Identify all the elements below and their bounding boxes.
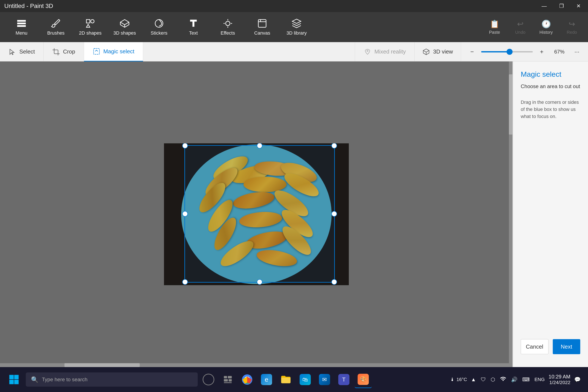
2d-shapes-button[interactable]: 2D shapes [73,14,108,40]
text-icon [188,18,198,28]
stickers-button[interactable]: Stickers [142,14,176,40]
weather-widget[interactable]: 🌡 16°C [450,377,467,382]
paint3d-app[interactable]: 🎨 [354,371,372,388]
svg-point-14 [367,50,368,51]
right-panel: Magic select Choose an area to cut out D… [513,62,588,367]
zoom-slider[interactable] [481,51,533,52]
search-bar[interactable]: 🔍 Type here to search [26,372,198,387]
zoom-slider-track [481,51,510,52]
wifi-icon[interactable] [499,375,507,384]
magic-select-tool[interactable]: Magic select [84,42,143,62]
cortana-button[interactable] [200,371,217,388]
titlebar: Untitled - Paint 3D — ❐ ✕ [0,0,588,12]
svg-rect-22 [224,379,228,382]
stickers-label: Stickers [151,30,168,36]
minimize-button[interactable]: — [538,1,550,11]
keyboard-icon[interactable]: ⌨ [522,376,530,384]
maximize-button[interactable]: ❐ [556,1,567,11]
horizontal-scrollbar-thumb[interactable] [64,363,140,367]
select-tool[interactable]: Select [0,42,44,62]
language-indicator[interactable]: ENG [534,376,546,383]
text-button[interactable]: Text [176,14,210,40]
redo-button[interactable]: ↪ Redo [560,14,584,40]
canvas-image [164,143,349,285]
effects-button[interactable]: Effects [210,14,245,40]
brushes-icon [51,18,61,28]
svg-rect-18 [9,380,14,384]
network-icon[interactable]: ▲ [470,376,477,384]
usb-icon[interactable]: ⬡ [490,376,496,384]
start-button[interactable] [4,370,24,389]
weather-temp-icon: 🌡 [450,377,455,382]
panel-subtitle: Choose an area to cut out [521,83,580,90]
canvas-area[interactable] [0,62,513,367]
paste-label: Paste [489,30,500,35]
cortana-icon [203,374,214,385]
weather-temp: 16°C [456,377,467,382]
2d-shapes-icon [85,18,96,28]
svg-rect-21 [228,376,232,378]
horizontal-scrollbar[interactable] [0,363,509,367]
notification-icon[interactable]: 💬 [574,376,582,384]
svg-rect-12 [258,20,266,27]
next-button[interactable]: Next [553,339,580,354]
menu-icon [16,18,27,28]
history-button[interactable]: 🕐 History [534,14,558,40]
mixed-reality-tool[interactable]: Mixed reality [355,42,414,62]
chrome-app[interactable] [238,371,256,388]
cancel-button[interactable]: Cancel [521,339,548,354]
window-controls: — ❐ ✕ [538,1,584,11]
volume-icon[interactable]: 🔊 [510,376,518,384]
undo-button[interactable]: ↩ Undo [508,14,532,40]
menu-button[interactable]: Menu [4,14,39,40]
svg-rect-24 [224,382,232,383]
edge-icon: e [261,374,272,385]
paste-icon: 📋 [490,20,500,28]
svg-rect-13 [94,48,99,54]
teams-app[interactable]: T [335,371,352,388]
zoom-slider-thumb[interactable] [506,49,512,55]
canvas-label: Canvas [254,30,270,36]
taskbar: 🔍 Type here to search [0,367,588,392]
canvas-button[interactable]: Canvas [245,14,280,40]
svg-point-4 [91,20,94,23]
history-label: History [540,30,553,35]
mail-app[interactable]: ✉ [316,371,333,388]
svg-rect-0 [18,20,25,21]
system-tray: 🌡 16°C ▲ 🛡 ⬡ 🔊 ⌨ ENG 10:29 AM 1/24/2022 … [448,374,584,385]
panel-description: Drag in the corners or sides of the blue… [521,99,580,120]
crop-tool[interactable]: Crop [44,42,84,62]
redo-label: Redo [567,30,577,35]
ms-store-icon: 🛍 [300,374,311,385]
brushes-label: Brushes [47,30,65,36]
zoom-in-button[interactable]: + [537,47,546,56]
security-icon[interactable]: 🛡 [480,376,487,384]
brushes-button[interactable]: Brushes [39,14,73,40]
3d-view-toggle[interactable]: 3D view [414,42,461,62]
zoom-out-button[interactable]: − [468,47,477,56]
photo-background [164,143,349,285]
paste-button[interactable]: 📋 Paste [483,14,506,40]
more-options-button[interactable]: ··· [572,47,582,56]
close-button[interactable]: ✕ [574,1,584,11]
panel-title: Magic select [521,70,580,78]
magic-select-icon [93,48,100,55]
magic-select-label: Magic select [103,48,134,55]
zoom-controls: − + 67% ··· [461,47,588,56]
task-view-button[interactable] [219,371,236,388]
file-explorer-app[interactable] [277,371,294,388]
undo-icon: ↩ [517,20,524,28]
3d-library-button[interactable]: 3D library [280,14,314,40]
svg-marker-15 [424,49,429,52]
clock[interactable]: 10:29 AM 1/24/2022 [549,374,570,385]
svg-rect-23 [229,379,232,382]
crop-icon [52,48,60,56]
3d-view-icon [422,48,430,56]
file-explorer-icon [280,374,292,385]
zoom-percentage: 67% [551,49,568,55]
main-toolbar: Menu Brushes 2D shapes 3D shapes S [0,12,588,42]
3d-shapes-button[interactable]: 3D shapes [108,14,142,40]
edge-app[interactable]: e [258,371,275,388]
ms-store-app[interactable]: 🛍 [296,371,314,388]
stickers-icon [154,18,164,28]
